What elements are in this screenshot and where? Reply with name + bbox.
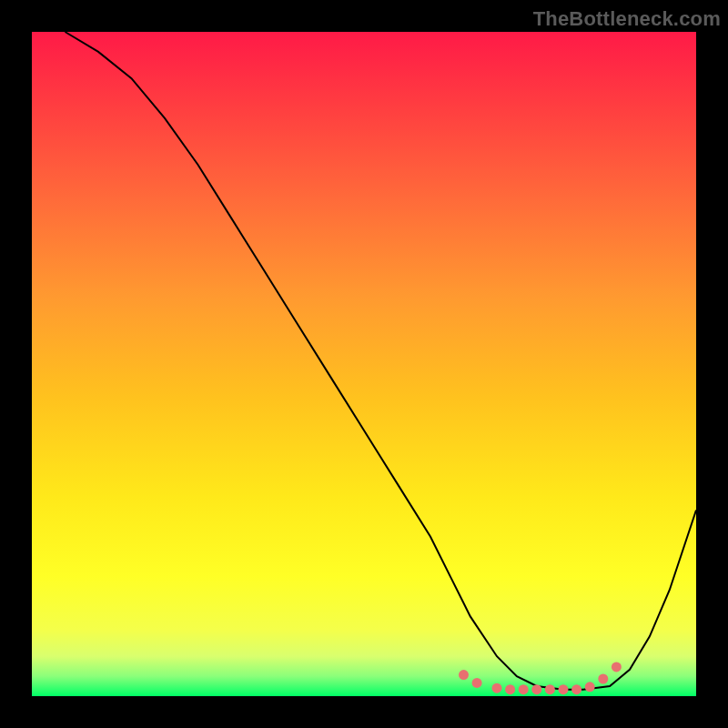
chart-container: TheBottleneck.com bbox=[0, 0, 728, 728]
valley-dot bbox=[585, 682, 595, 692]
bottleneck-curve bbox=[66, 32, 697, 690]
valley-dot bbox=[545, 684, 555, 694]
valley-dot bbox=[519, 684, 529, 694]
chart-svg bbox=[32, 32, 696, 696]
plot-area bbox=[32, 32, 696, 696]
valley-dot bbox=[459, 670, 469, 680]
valley-dot bbox=[531, 684, 541, 694]
valley-dot bbox=[472, 678, 482, 688]
valley-dot bbox=[505, 684, 515, 694]
valley-dot bbox=[559, 684, 569, 694]
valley-dot bbox=[612, 662, 622, 672]
valley-dot bbox=[571, 684, 581, 694]
valley-dot bbox=[492, 683, 502, 693]
watermark-text: TheBottleneck.com bbox=[533, 7, 721, 31]
valley-dots-group bbox=[459, 662, 622, 694]
valley-dot bbox=[598, 674, 608, 684]
